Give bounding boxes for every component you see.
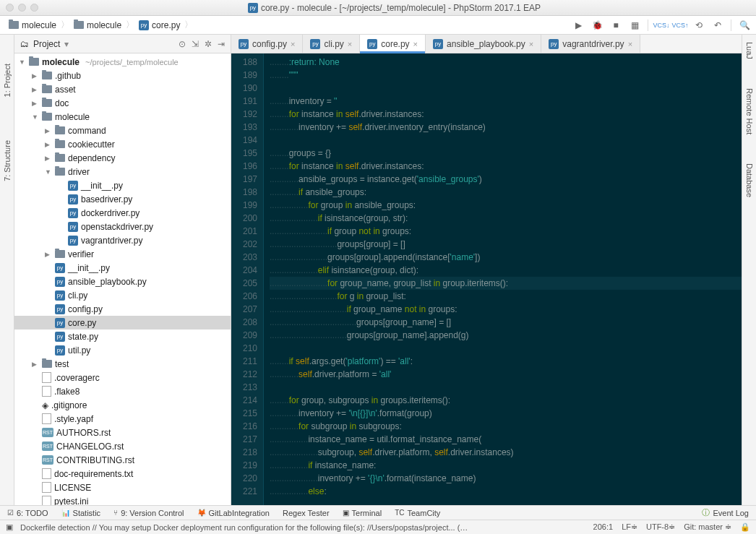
breadcrumb-item[interactable]: molecule — [4, 20, 61, 30]
folder-icon — [55, 140, 65, 148]
tree-item[interactable]: py__init__.py — [14, 261, 231, 275]
tree-item[interactable]: pybasedriver.py — [14, 192, 231, 206]
breadcrumb-item[interactable]: molecule — [69, 20, 126, 30]
tree-item[interactable]: ▼molecule~/projects/_temp/molecule — [14, 55, 231, 69]
tree-item[interactable]: pycore.py — [14, 316, 231, 330]
folder-icon — [42, 113, 52, 121]
tree-item[interactable]: pydockerdriver.py — [14, 206, 231, 220]
python-icon: py — [433, 39, 443, 49]
bottom-tool-button[interactable]: ▣Terminal — [343, 509, 382, 517]
code-content[interactable]: ........:return: None........"""........… — [264, 53, 742, 505]
tree-item[interactable]: .style.yapf — [14, 412, 231, 426]
project-panel-header: 🗂 Project ▾ ⊙ ⇲ ✲ ⇥ — [14, 35, 231, 53]
database-tool-button[interactable]: Database — [745, 163, 754, 197]
collapse-all-icon[interactable]: ⇲ — [192, 39, 199, 49]
settings-icon[interactable]: ✲ — [205, 39, 212, 49]
folder-icon — [55, 168, 65, 176]
close-icon[interactable]: × — [291, 40, 295, 48]
bottom-tool-button[interactable]: TCTeamCity — [395, 509, 440, 517]
debug-button[interactable]: 🐞 — [590, 18, 604, 33]
tree-item[interactable]: pyutil.py — [14, 343, 231, 357]
run-button[interactable]: ▶ — [571, 18, 585, 33]
tree-item[interactable]: pyvagrantdriver.py — [14, 233, 231, 247]
event-log-button[interactable]: ⓘ Event Log — [702, 507, 749, 518]
vcs-history-button[interactable]: ⟲ — [692, 18, 706, 33]
bottom-tool-button[interactable]: 🦊GitLabIntegration — [197, 509, 270, 517]
toolbar: ▶ 🐞 ■ ▦ VCS↓ VCS↑ ⟲ ↶ 🔍 — [571, 18, 752, 33]
tree-item[interactable]: py__init__.py — [14, 178, 231, 192]
close-icon[interactable]: × — [413, 40, 418, 48]
project-tool-button[interactable]: 1: Project — [3, 64, 12, 97]
py-icon: py — [68, 208, 78, 218]
tree-item[interactable]: doc-requirements.txt — [14, 467, 231, 481]
close-icon[interactable]: × — [529, 40, 533, 48]
vcs-commit-button[interactable]: VCS↑ — [673, 18, 687, 33]
tree-item[interactable]: pyconfig.py — [14, 302, 231, 316]
vcs-revert-button[interactable]: ↶ — [710, 18, 725, 33]
tree-item[interactable]: ▶cookiecutter — [14, 137, 231, 151]
folder-icon — [42, 99, 52, 107]
search-button[interactable]: 🔍 — [737, 18, 752, 33]
git-branch[interactable]: Git: master ≑ — [684, 522, 731, 532]
tree-item[interactable]: ◈.gitignore — [14, 398, 231, 412]
py-icon: py — [68, 236, 78, 246]
tree-item[interactable]: ▼driver — [14, 165, 231, 178]
tree-item[interactable]: pystate.py — [14, 330, 231, 343]
tool-window-icon[interactable]: ▣ — [6, 522, 13, 532]
editor-tab[interactable]: pyconfig.py× — [231, 35, 303, 53]
editor-tab[interactable]: pycore.py× — [360, 35, 426, 53]
readonly-toggle[interactable]: 🔒 — [740, 522, 750, 532]
tree-item[interactable]: ▶verifier — [14, 247, 231, 261]
line-separator[interactable]: LF≑ — [622, 522, 637, 532]
file-encoding[interactable]: UTF-8≑ — [646, 522, 675, 532]
bottom-tool-button[interactable]: ☑6: TODO — [7, 509, 48, 517]
tree-item[interactable]: ▼molecule — [14, 110, 231, 124]
tree-item[interactable]: RSTAUTHORS.rst — [14, 426, 231, 439]
remote-host-tool-button[interactable]: Remote Host — [745, 88, 754, 134]
tree-item[interactable]: .flake8 — [14, 384, 231, 398]
tree-item[interactable]: pyansible_playbook.py — [14, 275, 231, 288]
editor-tab[interactable]: pyvagrantdriver.py× — [541, 35, 640, 53]
tree-item[interactable]: pytest.ini — [14, 494, 231, 505]
luaj-tool-button[interactable]: LuaJ — [745, 42, 754, 59]
tree-item[interactable]: pyopenstackdriver.py — [14, 220, 231, 233]
vcs-update-button[interactable]: VCS↓ — [654, 18, 669, 33]
project-tree[interactable]: ▼molecule~/projects/_temp/molecule▶.gith… — [14, 53, 231, 505]
close-icon[interactable]: × — [348, 40, 352, 48]
hide-icon[interactable]: ⇥ — [218, 39, 225, 49]
bottom-tool-button[interactable]: 📊Statistic — [61, 509, 101, 517]
window-controls[interactable] — [6, 4, 38, 12]
editor-area: pyconfig.py×pycli.py×pycore.py×pyansible… — [231, 35, 742, 505]
file-icon — [42, 372, 51, 383]
tree-item[interactable]: ▶command — [14, 124, 231, 137]
py-icon: py — [55, 277, 65, 287]
bottom-tool-button[interactable]: Regex Tester — [283, 509, 330, 517]
tree-item[interactable]: ▶.github — [14, 69, 231, 82]
file-icon — [42, 468, 51, 479]
bottom-tool-button[interactable]: ⑂9: Version Control — [113, 509, 184, 517]
tree-item[interactable]: ▶test — [14, 357, 231, 371]
tree-item[interactable]: pycli.py — [14, 288, 231, 302]
code-editor[interactable]: 1881891901911921931941951961971981992002… — [231, 53, 742, 505]
tree-item[interactable]: LICENSE — [14, 481, 231, 494]
breadcrumb-item[interactable]: pycore.py — [134, 20, 184, 30]
editor-tab[interactable]: pyansible_playbook.py× — [426, 35, 541, 53]
tree-item[interactable]: RSTCONTRIBUTING.rst — [14, 453, 231, 467]
tree-item[interactable]: .coveragerc — [14, 371, 231, 384]
structure-tool-button[interactable]: 7: Structure — [3, 140, 12, 181]
tree-item[interactable]: ▶asset — [14, 82, 231, 96]
stop-button[interactable]: ■ — [609, 18, 623, 33]
left-tool-stripe: 1: Project 7: Structure — [0, 35, 14, 505]
editor-tabs: pyconfig.py×pycli.py×pycore.py×pyansible… — [231, 35, 742, 53]
tree-item[interactable]: RSTCHANGELOG.rst — [14, 439, 231, 453]
tree-item[interactable]: ▶doc — [14, 96, 231, 110]
caret-position[interactable]: 206:1 — [593, 522, 614, 532]
folder-icon — [29, 58, 39, 66]
tree-item[interactable]: ▶dependency — [14, 151, 231, 165]
coverage-button[interactable]: ▦ — [627, 18, 642, 33]
py-icon: py — [68, 194, 78, 204]
editor-tab[interactable]: pycli.py× — [303, 35, 360, 53]
scroll-from-source-icon[interactable]: ⊙ — [179, 39, 186, 49]
close-icon[interactable]: × — [628, 40, 632, 48]
file-icon — [42, 482, 51, 493]
